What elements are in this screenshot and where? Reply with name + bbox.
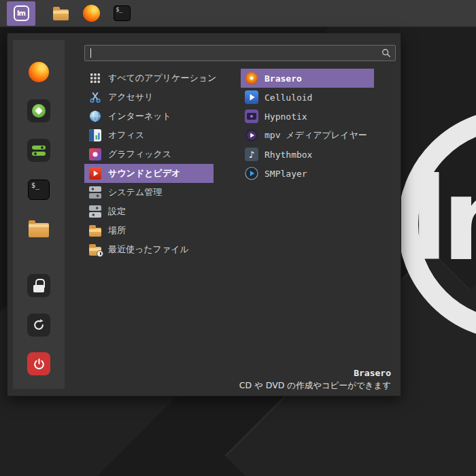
sidebar-item-logout[interactable]	[24, 311, 53, 339]
terminal-launcher[interactable]: $_	[112, 4, 131, 23]
celluloid-play-icon	[245, 90, 258, 104]
category-label: アクセサリ	[108, 91, 154, 103]
mpv-play-icon	[245, 129, 258, 142]
main-menu: $_	[7, 33, 401, 396]
category-label: インターネット	[108, 110, 171, 122]
app-rhythmbox[interactable]: ♪ Rhythmbox	[241, 145, 374, 164]
status-app-description: CD や DVD の作成やコピーができます	[239, 380, 391, 392]
lock-icon	[27, 274, 50, 297]
menu-sidebar: $_	[13, 40, 65, 389]
firefox-icon	[83, 5, 100, 22]
graphics-palette-icon	[88, 148, 102, 161]
software-sources-icon	[27, 139, 50, 162]
sidebar-item-files[interactable]	[24, 215, 53, 243]
search-input[interactable]	[91, 48, 381, 58]
category-label: 場所	[108, 224, 126, 237]
category-graphics[interactable]: グラフィックス	[84, 145, 214, 164]
category-label: オフィス	[108, 129, 144, 141]
status-app-title: Brasero	[239, 368, 391, 378]
category-label: グラフィックス	[108, 148, 171, 160]
category-office[interactable]: オフィス	[84, 126, 214, 145]
terminal-icon: $_	[114, 5, 131, 21]
category-label: サウンドとビデオ	[108, 167, 180, 180]
app-label: mpv メディアプレイヤー	[265, 129, 367, 141]
hypnotix-tv-icon	[245, 109, 258, 123]
brasero-disc-icon	[245, 71, 258, 85]
app-label: Rhythmbox	[265, 150, 312, 160]
search-icon	[381, 48, 391, 58]
category-accessories[interactable]: アクセサリ	[84, 88, 214, 107]
firefox-icon	[29, 62, 49, 82]
category-label: システム管理	[108, 186, 162, 199]
mint-logo-watermark-lm: lm	[409, 146, 476, 294]
category-sound-video[interactable]: サウンドとビデオ	[84, 164, 214, 183]
rhythmbox-note-icon: ♪	[245, 148, 258, 161]
smplayer-play-icon	[245, 167, 258, 180]
files-launcher[interactable]	[51, 4, 70, 23]
sidebar-item-lock-screen[interactable]	[24, 271, 53, 300]
folder-icon	[53, 10, 69, 20]
sidebar-item-firefox[interactable]	[24, 58, 53, 86]
media-play-icon	[88, 167, 102, 180]
sidebar-item-software-manager[interactable]	[24, 97, 53, 126]
app-grid-icon	[88, 71, 102, 85]
app-hypnotix[interactable]: Hypnotix	[241, 107, 374, 126]
app-label: SMPlayer	[265, 169, 307, 179]
sidebar-item-shutdown[interactable]	[24, 350, 53, 378]
sidebar-item-terminal[interactable]: $_	[24, 175, 53, 204]
category-internet[interactable]: インターネット	[84, 107, 214, 126]
app-celluloid[interactable]: Celluloid	[241, 88, 374, 107]
system-admin-icon	[88, 186, 102, 199]
folder-icon	[29, 223, 49, 237]
terminal-icon: $_	[28, 180, 50, 200]
category-preferences[interactable]: 設定	[84, 202, 214, 221]
category-list: すべてのアプリケーション アクセサリ インターネット オフィス グラフィックス	[84, 69, 214, 259]
status-area: Brasero CD や DVD の作成やコピーができます	[239, 368, 391, 392]
category-all-applications[interactable]: すべてのアプリケーション	[84, 69, 214, 88]
application-list: Brasero Celluloid Hypnotix mpv メディアプレイヤー…	[241, 69, 374, 183]
scissors-icon	[88, 90, 102, 104]
app-brasero[interactable]: Brasero	[241, 69, 374, 88]
menu-button[interactable]: lm	[7, 1, 35, 26]
globe-icon	[88, 109, 102, 123]
app-label: Brasero	[265, 73, 302, 84]
category-recent-files[interactable]: 最近使ったファイル	[84, 240, 214, 259]
category-label: 最近使ったファイル	[108, 243, 189, 256]
category-label: すべてのアプリケーション	[108, 72, 216, 84]
settings-sliders-icon	[88, 205, 102, 218]
sidebar-item-software-sources[interactable]	[24, 136, 53, 165]
category-places[interactable]: 場所	[84, 221, 214, 240]
folder-icon	[88, 224, 102, 237]
search-box[interactable]	[84, 45, 396, 61]
app-label: Hypnotix	[265, 112, 307, 122]
office-document-icon	[88, 129, 102, 142]
top-panel: lm $_	[0, 0, 476, 27]
mint-logo-icon: lm	[14, 5, 29, 21]
category-label: 設定	[108, 205, 126, 218]
firefox-launcher[interactable]	[82, 4, 101, 23]
logout-icon	[27, 313, 50, 337]
recent-files-icon	[88, 243, 102, 256]
app-mpv[interactable]: mpv メディアプレイヤー	[241, 126, 374, 145]
category-administration[interactable]: システム管理	[84, 183, 214, 202]
app-smplayer[interactable]: SMPlayer	[241, 164, 374, 183]
panel-launchers: $_	[51, 4, 131, 23]
power-icon	[27, 352, 50, 375]
software-manager-icon	[27, 99, 50, 122]
app-label: Celluloid	[265, 92, 312, 103]
